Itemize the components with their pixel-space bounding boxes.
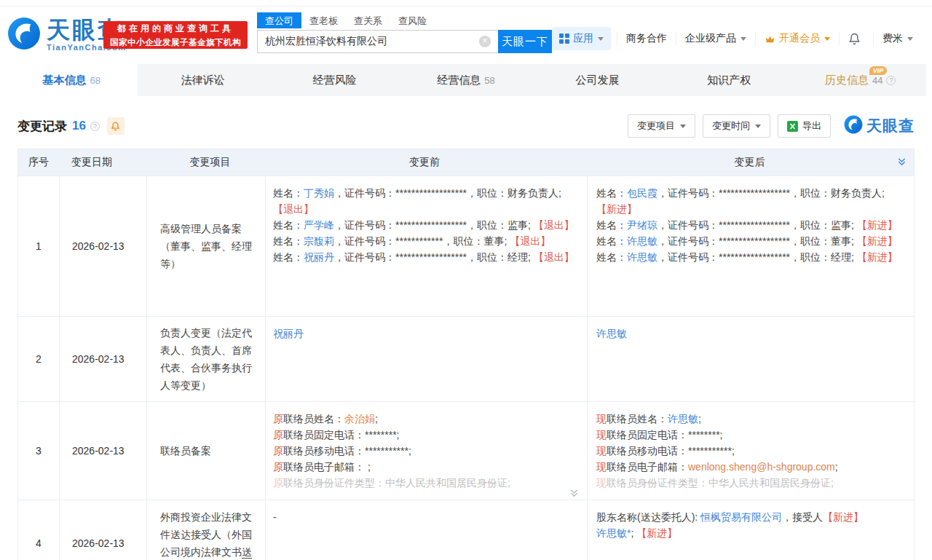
change-line: 姓名：包民霞，证件号码：******************，职位：财务负责人;… [596,185,904,217]
change-before-cell: 祝丽丹 [265,317,587,401]
table-row: 32026-02-13联络员备案原联络员姓名：余治娟;原联络员固定电话：****… [18,401,914,500]
column-header: 变更日期 [59,149,146,176]
change-line: 股东名称(送达委托人): 恒枫贸易有限公司，接受人【新进】 [596,509,904,525]
section-title: 变更记录 [17,118,67,135]
tab-知识产权[interactable]: 知识产权 [663,64,795,96]
tab-label: 历史信息 [825,74,869,87]
change-item: 负责人变更（法定代表人、负责人、首席代表、合伙事务执行人等变更） [146,317,265,401]
entity-link[interactable]: 许思敏 [627,235,657,247]
table-header: 序号变更日期变更项目变更前变更后 [18,149,914,176]
entity-link[interactable]: 祝丽丹 [273,328,304,339]
table-row: 22026-02-13负责人变更（法定代表人、负责人、首席代表、合伙事务执行人等… [18,316,914,401]
entity-link[interactable]: 严学峰 [304,219,334,231]
change-line: 原联络员移动电话：***********; [273,443,577,459]
entity-link[interactable]: 尹绪琼 [627,219,657,231]
help-icon[interactable]: ? [886,76,896,85]
tab-历史信息[interactable]: 历史信息44VIP? [794,64,926,96]
change-line: 现联络员身份证件类型：中华人民共和国居民身份证; [596,475,904,491]
nav-item[interactable]: 企业级产品 [676,32,755,45]
text-segment: 原 [273,429,283,441]
promo-banner: 都在用的商业查询工具 国家中小企业发展子基金旗下机构 [103,21,248,49]
chevron-down-icon [741,37,746,44]
text-segment: 现 [596,461,607,473]
site-header: 天眼查 TianYanCha.com 都在用的商业查询工具 国家中小企业发展子基… [0,7,932,64]
search-tab[interactable]: 查风险 [390,12,435,28]
text-segment: 姓名： [273,219,304,231]
tab-label: 经营风险 [312,74,356,87]
change-line: 姓名：丁秀娟，证件号码：******************，职位：财务负责人;… [273,185,577,217]
text-segment: ，证件号码：************，职位：董事; [334,235,510,247]
tab-bar: 基本信息68法律诉讼经营风险经营信息58公司发展知识产权历史信息44VIP? [6,64,926,96]
column-header-label: 变更前 [409,156,440,169]
tab-公司发展[interactable]: 公司发展 [532,64,663,96]
entity-link[interactable]: 祝丽丹 [304,251,334,263]
text-segment: 【新进】 [596,203,637,215]
change-item: 高级管理人员备案（董事、监事、经理等） [146,176,265,316]
tab-label: 基本信息 [43,74,87,87]
nav-item[interactable]: 商务合作 [617,32,676,45]
change-date: 2026-02-13 [59,402,146,500]
subscribe-bell-button[interactable] [107,117,125,135]
tab-count: 68 [90,75,100,86]
text-segment: 【新进】 [857,235,898,247]
change-date: 2026-02-13 [59,176,146,316]
entity-link[interactable]: 丁秀娟 [304,187,334,199]
column-header-label: 序号 [28,156,49,169]
help-icon[interactable]: ? [90,122,100,131]
notification-bell-button[interactable] [839,33,873,45]
table-body: 12026-02-13高级管理人员备案（董事、监事、经理等）姓名：丁秀娟，证件号… [18,176,914,560]
filter-change-item-button[interactable]: 变更项目 [628,114,695,138]
change-records-table: 序号变更日期变更项目变更前变更后 12026-02-13高级管理人员备案（董事、… [17,149,915,560]
tab-经营风险[interactable]: 经营风险 [269,64,400,96]
export-button[interactable]: 导出 [778,114,831,138]
nav-item[interactable]: 应用 [552,27,611,50]
clear-search-icon[interactable]: × [479,36,491,47]
tab-count: 44 [872,75,882,86]
filter-change-time-button[interactable]: 变更时间 [703,114,770,138]
change-before-cell: 姓名：丁秀娟，证件号码：******************，职位：财务负责人;… [265,176,587,316]
text-segment: ，证件号码：******************，职位：财务负责人; [334,187,561,199]
expand-row-icon[interactable] [569,489,579,498]
text-segment: 余治娟 [344,413,375,425]
entity-link[interactable]: 包民霞 [627,187,657,199]
entity-link[interactable]: 许思敏 [627,251,657,263]
change-before-cell: - [265,500,587,560]
text-segment: 【退出】 [534,251,574,263]
tab-经营信息[interactable]: 经营信息58 [400,64,532,96]
text-segment: 原 [273,477,283,489]
text-segment: 股东名称(送达委托人): [596,511,700,523]
text-segment: 【新进】 [857,251,898,263]
search-tab[interactable]: 查老板 [301,12,346,28]
change-line: 姓名：严学峰，证件号码：******************，职位：监事; 【退… [273,217,577,233]
text-segment: 联络员固定电话：********; [283,429,399,441]
nav-label: 应用 [573,32,593,45]
entity-link[interactable]: 许思敏 [668,413,698,425]
tianyancha-watermark: 天眼查 [844,115,915,137]
change-line: 许思敏 [596,326,904,342]
nav-label: 企业级产品 [685,32,736,45]
nav-item[interactable]: 开通会员 [755,32,839,45]
crown-icon [765,34,775,44]
text-segment: 【退出】 [273,203,314,215]
tianyancha-logo-icon [7,17,41,53]
entity-link[interactable]: 许思敏* [596,527,631,539]
text-segment: 联络员电子邮箱： ; [283,461,371,473]
tab-法律诉讼[interactable]: 法律诉讼 [138,64,269,96]
text-segment: 姓名： [596,187,627,199]
nav-label: 商务合作 [626,32,667,45]
entity-link[interactable]: 宗馥莉 [304,235,334,247]
search-input[interactable] [257,30,498,53]
top-strip [0,0,932,7]
row-index: 3 [18,402,59,500]
collapse-all-icon[interactable] [897,157,907,167]
entity-link[interactable]: 许思敏 [596,328,627,339]
change-line: 姓名：尹绪琼，证件号码：******************，职位：监事; 【新… [596,217,904,233]
nav-item[interactable]: 费米 [873,32,922,45]
change-line: 负责人变更（法定代表人、负责人、首席代表、合伙事务执行人等变更） [160,324,261,394]
change-after-cell: 许思敏 [587,317,914,401]
tab-基本信息[interactable]: 基本信息68 [6,64,138,96]
entity-link[interactable]: 恒枫贸易有限公司 [700,511,782,523]
search-button[interactable]: 天眼一下 [498,30,552,53]
search-tab[interactable]: 查公司 [257,12,301,28]
search-tab[interactable]: 查关系 [346,12,390,28]
